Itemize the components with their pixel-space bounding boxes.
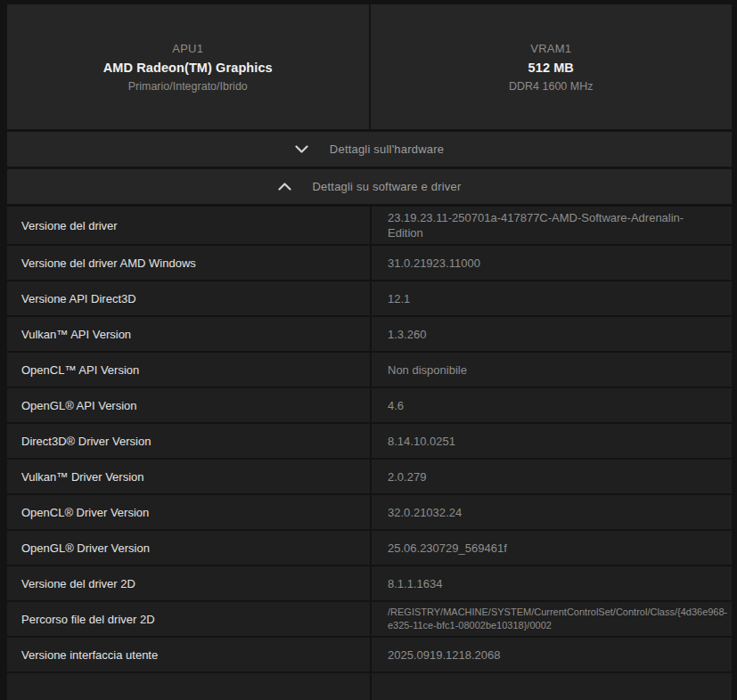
row-value: 8.14.10.0251 (372, 424, 732, 458)
row-value: 23.19.23.11-250701a-417877C-AMD-Software… (372, 207, 732, 244)
gpu-details-panel: APU1 AMD Radeon(TM) Graphics Primario/In… (0, 0, 737, 700)
table-row: Versione del driver AMD Windows 31.0.219… (7, 246, 732, 281)
row-value: 4.6 (372, 388, 732, 422)
apu-card-title: APU1 (172, 42, 203, 55)
row-value: 2.0.279 (372, 460, 732, 493)
row-label: OpenCL™ API Version (7, 353, 372, 387)
row-label: Versione interfaccia utente (7, 638, 372, 672)
table-row: Versione del driver 2D 8.1.1.1634 (7, 566, 732, 602)
row-label: OpenGL® API Version (7, 388, 372, 422)
row-value: 1.3.260 (372, 317, 732, 351)
row-label: OpenGL® Driver Version (7, 531, 372, 565)
vram-card-subtitle: DDR4 1600 MHz (509, 80, 593, 93)
driver-details-table: Versione del driver 23.19.23.11-250701a-… (7, 207, 732, 700)
table-row-partial (7, 673, 732, 700)
hardware-details-header[interactable]: Dettagli sull'hardware (7, 132, 732, 167)
apu-card: APU1 AMD Radeon(TM) Graphics Primario/In… (7, 4, 369, 129)
row-label: Versione del driver AMD Windows (7, 246, 372, 280)
software-details-header[interactable]: Dettagli su software e driver (7, 169, 732, 204)
row-label: Versione del driver (7, 207, 372, 244)
apu-card-subtitle: Primario/Integrato/Ibrido (128, 80, 248, 93)
table-row: Vulkan™ API Version 1.3.260 (7, 317, 732, 353)
row-value: 8.1.1.1634 (372, 566, 732, 600)
table-row: OpenGL® Driver Version 25.06.230729_5694… (7, 531, 732, 566)
row-value: 32.0.21032.24 (372, 495, 732, 529)
row-label: OpenCL® Driver Version (7, 495, 372, 529)
hardware-details-label: Dettagli sull'hardware (330, 142, 444, 156)
software-details-label: Dettagli su software e driver (313, 180, 462, 193)
chevron-up-icon (278, 183, 291, 191)
table-row: OpenCL® Driver Version 32.0.21032.24 (7, 495, 732, 531)
row-value: /REGISTRY/MACHINE/SYSTEM/CurrentControlS… (372, 602, 728, 636)
table-row: OpenGL® API Version 4.6 (7, 388, 732, 424)
table-row: Versione API Direct3D 12.1 (7, 281, 732, 317)
table-row: Direct3D® Driver Version 8.14.10.0251 (7, 424, 732, 460)
hardware-summary-cards: APU1 AMD Radeon(TM) Graphics Primario/In… (7, 4, 732, 129)
table-row: Percorso file del driver 2D /REGISTRY/MA… (7, 602, 732, 638)
table-row: Versione del driver 23.19.23.11-250701a-… (7, 207, 732, 246)
row-value: 12.1 (372, 281, 732, 315)
row-label: Vulkan™ API Version (7, 317, 372, 351)
chevron-down-icon (295, 145, 308, 153)
row-label: Vulkan™ Driver Version (7, 460, 372, 493)
row-label: Versione del driver 2D (7, 566, 372, 600)
vram-card: VRAM1 512 MB DDR4 1600 MHz (371, 4, 733, 129)
row-value: 2025.0919.1218.2068 (372, 638, 732, 672)
row-value (372, 673, 732, 700)
row-value: 31.0.21923.11000 (372, 246, 732, 280)
vram-card-value: 512 MB (528, 61, 574, 75)
apu-card-value: AMD Radeon(TM) Graphics (103, 61, 273, 75)
table-row: OpenCL™ API Version Non disponibile (7, 353, 732, 388)
row-value: 25.06.230729_569461f (372, 531, 732, 565)
row-label: Percorso file del driver 2D (7, 602, 372, 636)
table-row: Vulkan™ Driver Version 2.0.279 (7, 460, 732, 495)
row-label: Direct3D® Driver Version (7, 424, 372, 458)
row-label (7, 673, 372, 700)
vram-card-title: VRAM1 (530, 42, 571, 55)
table-row: Versione interfaccia utente 2025.0919.12… (7, 638, 732, 673)
row-value: Non disponibile (372, 353, 732, 387)
row-label: Versione API Direct3D (7, 281, 372, 315)
